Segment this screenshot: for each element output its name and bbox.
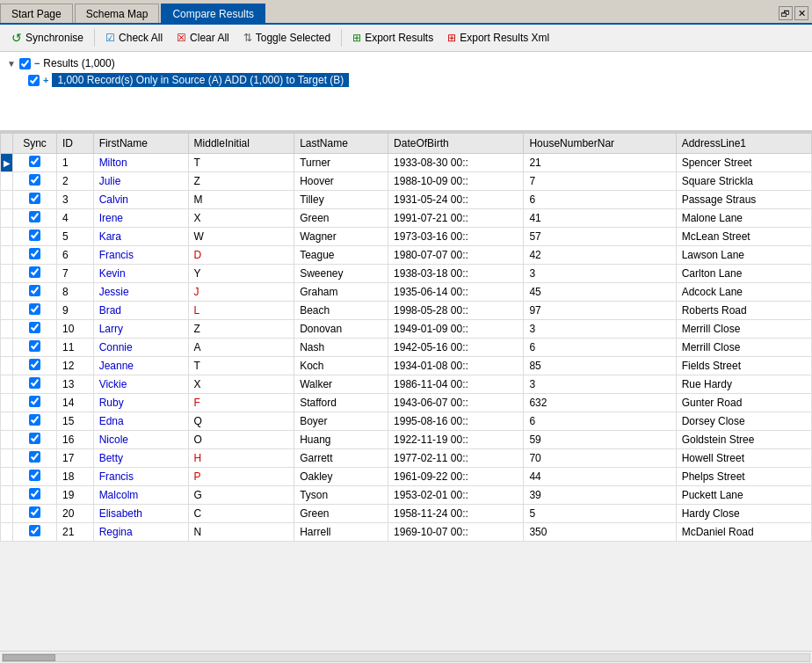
sync-checkbox[interactable] [29,470,40,481]
scrollbar-thumb[interactable] [3,654,55,661]
table-row: 9BradLBeach1998-05-28 00::97Roberts Road [1,302,812,320]
row-indicator-cell [1,449,13,468]
lastname-cell: Beach [294,302,388,320]
sync-cell[interactable] [13,412,57,431]
sync-cell[interactable] [13,486,57,505]
sync-checkbox[interactable] [29,248,40,259]
tree-child-checkbox[interactable] [28,75,40,86]
lastname-cell: Teague [294,246,388,265]
address-cell: Goldstein Stree [676,431,811,449]
dateofbirth-cell: 1998-05-28 00:: [388,302,524,320]
row-indicator-cell [1,394,13,412]
sync-checkbox[interactable] [29,488,40,499]
sync-cell[interactable] [13,449,57,468]
tree-root-row: ▼ − Results (1,000) [7,57,805,69]
sync-checkbox[interactable] [29,230,40,241]
sync-cell[interactable] [13,394,57,412]
synchronise-button[interactable]: ↺ Synchronise [5,28,90,47]
window-controls: 🗗 ✕ [777,6,812,20]
sync-checkbox[interactable] [29,414,40,426]
sync-cell[interactable] [13,523,57,542]
sync-cell[interactable] [13,339,57,357]
tab-start-page[interactable]: Start Page [0,4,73,23]
row-indicator-cell: ▶ [1,154,13,172]
sync-cell[interactable] [13,505,57,523]
dateofbirth-cell: 1942-05-16 00:: [388,339,524,357]
sync-checkbox[interactable] [29,211,40,222]
middleinitial-cell: J [188,283,294,302]
middleinitial-cell: C [188,505,294,523]
tree-root-checkbox[interactable] [19,58,31,69]
sync-checkbox[interactable] [29,359,40,370]
toggle-selected-button[interactable]: ⇅ Toggle Selected [237,29,337,47]
tree-panel: ▼ − Results (1,000) + 1,000 Record(s) On… [0,52,812,131]
sync-checkbox[interactable] [29,193,40,204]
sync-checkbox[interactable] [29,433,40,444]
sync-checkbox[interactable] [29,174,40,186]
sync-cell[interactable] [13,265,57,283]
sync-cell[interactable] [13,375,57,394]
sync-cell[interactable] [13,172,57,191]
id-cell: 10 [57,320,94,339]
id-cell: 1 [57,154,94,172]
sync-cell[interactable] [13,154,57,172]
header-sync: Sync [13,134,57,154]
scrollbar-area[interactable] [0,651,812,663]
lastname-cell: Green [294,209,388,228]
address-cell: Merrill Close [676,339,811,357]
tab-schema-map[interactable]: Schema Map [75,4,160,23]
sync-cell[interactable] [13,431,57,449]
middleinitial-cell: T [188,357,294,375]
tree-expand-toggle[interactable]: ▼ [7,59,16,69]
middleinitial-cell: T [188,154,294,172]
id-cell: 11 [57,339,94,357]
sync-cell[interactable] [13,228,57,246]
housenumber-cell: 42 [524,246,676,265]
check-all-button[interactable]: ☑ Check All [99,29,169,47]
sync-checkbox[interactable] [29,285,40,296]
sync-checkbox[interactable] [29,322,40,333]
sync-cell[interactable] [13,302,57,320]
sync-cell[interactable] [13,320,57,339]
clear-all-button[interactable]: ☒ Clear All [170,29,236,47]
sync-cell[interactable] [13,357,57,375]
id-cell: 17 [57,449,94,468]
tree-plus-icon: + [43,75,48,85]
dateofbirth-cell: 1988-10-09 00:: [388,172,524,191]
toolbar: ↺ Synchronise ☑ Check All ☒ Clear All ⇅ … [0,25,812,52]
restore-button[interactable]: 🗗 [779,6,793,20]
sync-cell[interactable] [13,209,57,228]
sync-checkbox[interactable] [29,303,40,315]
sync-checkbox[interactable] [29,396,40,407]
close-button[interactable]: ✕ [794,6,808,20]
firstname-cell: Jessie [93,283,188,302]
sync-cell[interactable] [13,246,57,265]
export-results-button[interactable]: ⊞ Export Results [346,29,439,47]
sync-cell[interactable] [13,468,57,486]
sync-cell[interactable] [13,283,57,302]
firstname-cell: Connie [93,339,188,357]
id-cell: 2 [57,172,94,191]
sync-checkbox[interactable] [29,451,40,463]
row-indicator-cell [1,375,13,394]
address-cell: Passage Straus [676,191,811,209]
address-cell: Puckett Lane [676,486,811,505]
sync-checkbox[interactable] [29,377,40,389]
sync-checkbox[interactable] [29,506,40,518]
horizontal-scrollbar[interactable] [2,653,810,662]
address-cell: Merrill Close [676,320,811,339]
lastname-cell: Boyer [294,412,388,431]
sync-cell[interactable] [13,191,57,209]
address-cell: Malone Lane [676,209,811,228]
row-indicator-cell [1,246,13,265]
export-results-xml-button[interactable]: ⊞ Export Results Xml [441,29,555,47]
housenumber-cell: 57 [524,228,676,246]
sync-checkbox[interactable] [29,525,40,536]
data-grid-wrapper[interactable]: Sync ID FirstName MiddleInitial LastName… [0,131,812,651]
sync-checkbox[interactable] [29,266,40,278]
firstname-cell: Francis [93,468,188,486]
sync-checkbox[interactable] [29,340,40,352]
sync-checkbox[interactable] [29,156,40,167]
row-indicator-cell [1,191,13,209]
tab-compare-results[interactable]: Compare Results [161,4,265,23]
